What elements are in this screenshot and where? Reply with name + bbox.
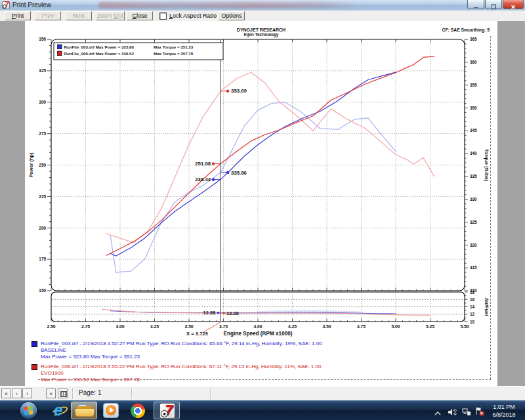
svg-text:353.69: 353.69 xyxy=(231,88,247,94)
curve-runfile_003-power xyxy=(110,72,396,256)
svg-text:Max Torque = 351.23: Max Torque = 351.23 xyxy=(154,45,194,49)
svg-text:3.00: 3.00 xyxy=(116,324,124,329)
svg-text:Engine Speed (RPM x1000): Engine Speed (RPM x1000) xyxy=(223,331,292,337)
svg-text:14: 14 xyxy=(470,304,475,309)
svg-text:10: 10 xyxy=(470,320,475,324)
svg-text:325: 325 xyxy=(470,220,477,224)
svg-text:300: 300 xyxy=(39,100,46,104)
print-preview-toolbar: Print Prev Next Zoom Out Close Lock Aspe… xyxy=(0,10,525,22)
windows-explorer-button[interactable] xyxy=(71,402,97,419)
separator xyxy=(72,388,74,399)
show-hidden-icons-button[interactable] xyxy=(434,407,441,419)
separator xyxy=(131,388,133,399)
chrome-button[interactable] xyxy=(129,402,148,419)
options-button[interactable]: Options xyxy=(219,11,245,20)
system-tray: × 1:01 PM 6/8/2018 xyxy=(427,401,525,420)
svg-text:360: 360 xyxy=(470,60,477,64)
desktop: 7 Print Preview ─ ❐ ✕ Print Prev Next Zo… xyxy=(0,0,525,420)
lock-aspect-ratio-checkbox[interactable] xyxy=(159,12,167,20)
next-page-button[interactable]: › xyxy=(22,388,32,398)
curve-runfile_003-torque xyxy=(110,102,396,272)
run-details: RunFile_003.drf - 2/19/2018 4:52:27 PM R… xyxy=(41,341,491,347)
svg-text:12: 12 xyxy=(470,312,475,316)
svg-text:365: 365 xyxy=(470,37,477,41)
app-icon: 7 xyxy=(2,1,10,9)
svg-text:238.44: 238.44 xyxy=(195,177,211,182)
svg-text:RunFile_003.drf Max Power = 32: RunFile_003.drf Max Power = 323.80 xyxy=(64,45,135,49)
zoom-out-button[interactable]: Zoom Out xyxy=(96,11,125,20)
restore-icon: ❐ xyxy=(491,4,496,10)
volume-icon[interactable] xyxy=(448,407,457,419)
svg-text:3.75: 3.75 xyxy=(219,324,228,329)
svg-text:350: 350 xyxy=(470,106,477,110)
svg-text:2.75: 2.75 xyxy=(81,324,90,329)
restore-button[interactable]: ❐ xyxy=(485,0,502,9)
svg-text:350: 350 xyxy=(39,37,46,41)
run-label: EVO1900 xyxy=(41,370,491,377)
run-info-evo1900: RunFile_006.drf - 2/19/2018 5:55:22 PM R… xyxy=(32,364,491,383)
page-number-label: Page: 1 xyxy=(79,389,101,396)
svg-text:2.50: 2.50 xyxy=(47,324,55,329)
curve-runfile_006-power xyxy=(106,56,434,255)
svg-text:335.86: 335.86 xyxy=(231,170,247,176)
page-grid-button[interactable] xyxy=(58,388,68,398)
clock-time: 1:01 PM xyxy=(486,403,522,411)
svg-text:5.00: 5.00 xyxy=(391,324,400,329)
status-bar: « ‹ › » Page: 1 xyxy=(0,386,525,400)
svg-text:330: 330 xyxy=(470,197,477,201)
dynojet-app-button[interactable]: 7 xyxy=(154,402,180,419)
close-preview-button[interactable]: Close xyxy=(127,11,153,20)
svg-text:335: 335 xyxy=(470,174,477,178)
window-title: Print Preview xyxy=(12,1,51,9)
run-max-values: Max Power = 336.52 Max Torque = 357.78 xyxy=(41,377,491,383)
minimize-button[interactable]: ─ xyxy=(467,0,484,9)
preview-area: DYNOJET RESEARCH Injen Technology CF: SA… xyxy=(0,21,525,386)
svg-text:250: 250 xyxy=(39,163,46,167)
svg-text:3.25: 3.25 xyxy=(150,324,159,329)
internet-explorer-button[interactable]: e xyxy=(50,402,71,419)
start-button[interactable] xyxy=(20,402,37,419)
media-player-button[interactable] xyxy=(102,402,121,419)
folder-icon xyxy=(72,402,98,419)
dyno-chart: 1501752002252502753003253503103153203253… xyxy=(25,21,497,386)
svg-text:RunFile_006.drf Max Power = 33: RunFile_006.drf Max Power = 336.52 xyxy=(64,51,135,56)
svg-text:18: 18 xyxy=(470,290,475,295)
run-info-block: RunFile_003.drf - 2/19/2018 4:52:27 PM R… xyxy=(32,341,491,387)
prev-page-button[interactable]: ‹ xyxy=(12,388,22,398)
run-details: RunFile_006.drf - 2/19/2018 5:55:22 PM R… xyxy=(41,364,491,370)
redacted-title-text xyxy=(98,2,361,9)
next-button[interactable]: Next xyxy=(66,11,92,20)
svg-text:175: 175 xyxy=(39,257,46,261)
svg-text:315: 315 xyxy=(470,265,477,270)
svg-text:Air/Fuel: Air/Fuel xyxy=(484,298,490,316)
close-icon: ✕ xyxy=(511,4,516,10)
page-grid-icon xyxy=(60,391,67,397)
page-margin-guide-right xyxy=(490,36,491,379)
svg-text:3.50: 3.50 xyxy=(184,324,193,329)
run-color-swatch xyxy=(32,341,37,347)
svg-text:4.25: 4.25 xyxy=(288,324,297,329)
svg-text:4.75: 4.75 xyxy=(357,324,366,329)
svg-text:355: 355 xyxy=(470,83,477,87)
svg-text:320: 320 xyxy=(470,243,477,247)
run-color-swatch xyxy=(32,364,37,370)
first-page-button[interactable]: « xyxy=(1,388,11,398)
windows-logo-icon xyxy=(24,406,33,415)
clock-date: 6/8/2018 xyxy=(486,411,522,419)
action-center-flag-icon[interactable]: × xyxy=(475,407,484,419)
minimize-icon: ─ xyxy=(474,4,478,10)
prev-button[interactable]: Prev xyxy=(35,11,61,20)
print-button[interactable]: Print xyxy=(5,11,31,20)
last-page-button[interactable]: » xyxy=(46,388,56,398)
chrome-icon xyxy=(131,404,145,418)
curve-runfile_006-torque xyxy=(106,72,434,243)
network-icon[interactable] xyxy=(462,407,471,419)
report-page: DYNOJET RESEARCH Injen Technology CF: SA… xyxy=(25,21,497,386)
close-button[interactable]: ✕ xyxy=(503,0,524,9)
svg-text:325: 325 xyxy=(39,68,46,73)
svg-text:Torque (ft-lbs): Torque (ft-lbs) xyxy=(484,149,490,182)
svg-text:4.00: 4.00 xyxy=(253,324,262,329)
taskbar-clock[interactable]: 1:01 PM 6/8/2018 xyxy=(486,403,522,419)
svg-text:275: 275 xyxy=(39,131,46,136)
svg-text:5.50: 5.50 xyxy=(460,324,469,329)
